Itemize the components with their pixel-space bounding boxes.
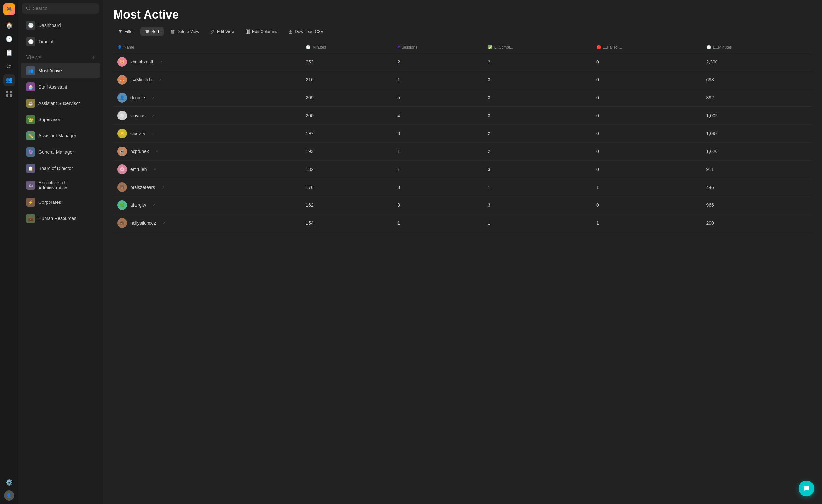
sessions-cell: 2 bbox=[393, 53, 484, 71]
l-failed-cell: 0 bbox=[592, 125, 703, 143]
col-l-minutes[interactable]: 🕐 L...Minutes bbox=[703, 41, 812, 53]
nav-grid[interactable] bbox=[3, 88, 15, 100]
l-minutes-cell: 1,009 bbox=[703, 107, 812, 125]
most-active-icon: 👥 bbox=[26, 66, 35, 75]
sidebar-item-dashboard[interactable]: 🕐 Dashboard bbox=[21, 18, 100, 33]
sidebar-item-staff-assistant[interactable]: 🧁 Staff Assistant bbox=[21, 79, 100, 95]
table-row[interactable]: 🌿 aftzrglw ↗ 162 3 3 0 966 bbox=[113, 196, 812, 214]
l-minutes-cell: 911 bbox=[703, 160, 812, 178]
app-logo[interactable]: 🎮 bbox=[3, 3, 15, 15]
table-row[interactable]: 🌸 emruieh ↗ 182 1 3 0 911 bbox=[113, 160, 812, 178]
icon-bar: 🎮 🏠 🕐 📋 🗂 👥 ⚙️ 👤 bbox=[0, 0, 18, 504]
table-row[interactable]: 🦊 IsaMicRob ↗ 216 1 3 0 698 bbox=[113, 71, 812, 89]
sidebar-item-corporates[interactable]: ⚡ Corporates bbox=[21, 194, 100, 210]
expand-button[interactable]: ↗ bbox=[158, 59, 164, 65]
sidebar-view-board-of-director-label: Board of Director bbox=[38, 166, 73, 171]
expand-button[interactable]: ↗ bbox=[159, 184, 166, 190]
name-cell: 👤 dqniele ↗ bbox=[117, 93, 298, 102]
expand-button[interactable]: ↗ bbox=[149, 94, 156, 101]
svg-rect-1 bbox=[10, 91, 12, 93]
sort-button[interactable]: Sort bbox=[140, 27, 164, 36]
sidebar-item-board-of-director[interactable]: 📋 Board of Director bbox=[21, 160, 100, 176]
main-content: Most Active Filter Sort Delete View bbox=[103, 0, 822, 504]
views-header: Views + bbox=[21, 51, 100, 62]
name-cell: 🐻 praiszetears ↗ bbox=[117, 182, 298, 192]
expand-button[interactable]: ↗ bbox=[151, 166, 158, 172]
expand-button[interactable]: ↗ bbox=[150, 112, 157, 119]
table-row[interactable]: ⚪ vioycas ↗ 200 4 3 0 1,009 bbox=[113, 107, 812, 125]
delete-view-button[interactable]: Delete View bbox=[166, 27, 204, 36]
columns-icon bbox=[246, 29, 250, 34]
name-cell: 🌿 aftzrglw ↗ bbox=[117, 200, 298, 210]
sidebar-view-supervisor-label: Supervisor bbox=[38, 117, 60, 122]
username: praiszetears bbox=[130, 184, 155, 190]
sidebar-item-assistant-manager[interactable]: ✏️ Assistant Manager bbox=[21, 128, 100, 143]
col-minutes[interactable]: 🕐 Minutes bbox=[302, 41, 393, 53]
sidebar-item-dashboard-label: Dashboard bbox=[38, 23, 61, 28]
download-csv-button[interactable]: Download CSV bbox=[284, 27, 328, 36]
l-minutes-cell: 698 bbox=[703, 71, 812, 89]
table-container: 👤 Name 🕐 Minutes # Sessions bbox=[103, 41, 822, 504]
sidebar-item-general-manager[interactable]: 🔮 General Manager bbox=[21, 144, 100, 160]
sidebar-item-timeoff[interactable]: 🕐 Time off bbox=[21, 34, 100, 49]
edit-view-button[interactable]: Edit View bbox=[206, 27, 239, 36]
nav-notes[interactable]: 📋 bbox=[3, 47, 15, 59]
edit-columns-button[interactable]: Edit Columns bbox=[241, 27, 282, 36]
expand-button[interactable]: ↗ bbox=[150, 202, 157, 208]
nav-home[interactable]: 🏠 bbox=[3, 20, 15, 31]
views-label: Views bbox=[26, 54, 42, 61]
general-manager-icon: 🔮 bbox=[26, 147, 35, 157]
nav-people[interactable]: 👥 bbox=[3, 74, 15, 86]
expand-button[interactable]: ↗ bbox=[150, 130, 156, 137]
sidebar-item-human-resources[interactable]: 💼 Human Resources bbox=[21, 211, 100, 226]
minutes-cell: 200 bbox=[302, 107, 393, 125]
sidebar-item-most-active[interactable]: 👥 Most Active bbox=[21, 63, 100, 78]
nav-settings[interactable]: ⚙️ bbox=[3, 477, 15, 488]
col-l-failed[interactable]: 🔴 L..Failed ... bbox=[592, 41, 703, 53]
sidebar-view-assistant-manager-label: Assistant Manager bbox=[38, 133, 76, 138]
l-compl-cell: 3 bbox=[484, 160, 592, 178]
table-row[interactable]: 🐻 praiszetears ↗ 176 3 1 1 446 bbox=[113, 178, 812, 196]
svg-rect-8 bbox=[249, 30, 250, 34]
user-avatar[interactable]: 👤 bbox=[4, 490, 14, 501]
col-sessions[interactable]: # Sessions bbox=[393, 41, 484, 53]
chat-bubble-button[interactable] bbox=[799, 481, 814, 496]
executives-icon: 🗂 bbox=[26, 181, 35, 190]
expand-button[interactable]: ↗ bbox=[153, 148, 160, 155]
filter-button[interactable]: Filter bbox=[113, 27, 138, 36]
minutes-cell: 162 bbox=[302, 196, 393, 214]
l-failed-cell: 0 bbox=[592, 89, 703, 107]
nav-archive[interactable]: 🗂 bbox=[3, 61, 15, 72]
search-input[interactable] bbox=[33, 6, 95, 11]
sidebar-item-executives[interactable]: 🗂 Executives of Administration bbox=[21, 177, 100, 194]
name-cell: 🦊 IsaMicRob ↗ bbox=[117, 75, 298, 85]
expand-button[interactable]: ↗ bbox=[160, 220, 167, 226]
user-avatar: 🦊 bbox=[117, 75, 127, 85]
table-row[interactable]: 😊 charzrv ↗ 197 3 2 0 1,097 bbox=[113, 125, 812, 143]
data-table: 👤 Name 🕐 Minutes # Sessions bbox=[113, 41, 812, 232]
chat-icon bbox=[803, 485, 810, 492]
sidebar-item-supervisor[interactable]: 👑 Supervisor bbox=[21, 112, 100, 127]
sessions-cell: 3 bbox=[393, 178, 484, 196]
table-row[interactable]: 👤 dqniele ↗ 209 5 3 0 392 bbox=[113, 89, 812, 107]
delete-icon bbox=[170, 29, 175, 34]
search-bar[interactable] bbox=[22, 3, 99, 14]
sidebar-item-assistant-supervisor[interactable]: ☕ Assistant Supervisor bbox=[21, 95, 100, 111]
col-l-compl[interactable]: ✅ L..Compl... bbox=[484, 41, 592, 53]
sidebar-view-most-active-label: Most Active bbox=[38, 68, 62, 73]
user-avatar: 👤 bbox=[117, 93, 127, 102]
nav-clock[interactable]: 🕐 bbox=[3, 33, 15, 45]
table-row[interactable]: 🐱 zhi_shxnbff ↗ 253 2 2 0 2,390 bbox=[113, 53, 812, 71]
corporates-icon: ⚡ bbox=[26, 197, 35, 207]
l-failed-cell: 1 bbox=[592, 178, 703, 196]
assistant-supervisor-icon: ☕ bbox=[26, 99, 35, 108]
table-row[interactable]: 🐻 nellysilencez ↗ 154 1 1 1 200 bbox=[113, 214, 812, 232]
add-view-button[interactable]: + bbox=[91, 54, 95, 61]
minutes-cell: 197 bbox=[302, 125, 393, 143]
l-failed-cell: 0 bbox=[592, 107, 703, 125]
expand-button[interactable]: ↗ bbox=[156, 76, 163, 83]
sidebar-view-executives-label: Executives of Administration bbox=[38, 180, 95, 190]
name-cell: 🐻 nellysilencez ↗ bbox=[117, 218, 298, 228]
table-row[interactable]: 🦝 ncptunex ↗ 193 1 2 0 1,620 bbox=[113, 143, 812, 160]
col-name[interactable]: 👤 Name bbox=[113, 41, 302, 53]
